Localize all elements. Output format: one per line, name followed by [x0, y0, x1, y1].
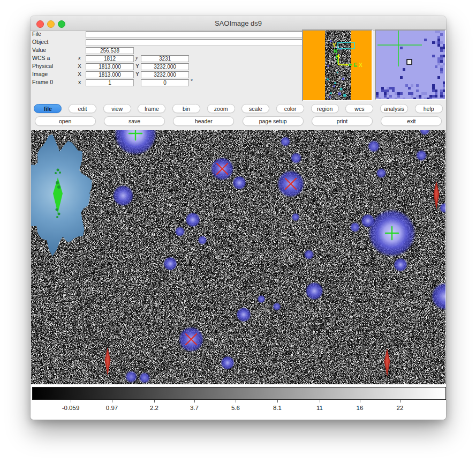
sky-image-canvas[interactable] [31, 130, 445, 384]
colorbar[interactable] [32, 387, 446, 400]
wcs-x-axis-label: x [78, 55, 81, 61]
magnifier [375, 29, 446, 100]
desktop: SAOImage ds9 File Object Value WCS a x y… [0, 0, 476, 462]
frame-label: Frame 0 [32, 79, 75, 85]
ds9-window: SAOImage ds9 File Object Value WCS a x y… [31, 16, 446, 420]
physical-y-axis-label: Y [135, 63, 139, 69]
colorbar-tick [400, 400, 401, 403]
colorbar-tick [236, 400, 236, 403]
page-setup-button[interactable]: page setup [243, 116, 304, 126]
wcs-label: WCS a [32, 55, 75, 61]
physical-x-field[interactable] [86, 63, 134, 70]
colorbar-tick [154, 400, 155, 403]
image-x-axis-label: X [78, 71, 81, 77]
menu-wcs-button[interactable]: wcs [345, 104, 373, 113]
print-button[interactable]: print [312, 116, 373, 126]
colorbar-tick-label: 11 [316, 405, 323, 411]
physical-x-axis-label: X [78, 63, 81, 69]
open-button[interactable]: open [35, 116, 96, 126]
colorbar-section: -0.059 0.97 2.2 3.7 5.6 8.1 11 16 22 [31, 384, 446, 420]
file-actions-bar: open save header page setup print exit [31, 116, 446, 126]
panner[interactable] [302, 29, 373, 101]
degree-symbol: ° [191, 78, 193, 84]
object-field[interactable] [86, 39, 328, 46]
menu-color-button[interactable]: color [276, 104, 304, 113]
value-field[interactable] [86, 47, 134, 54]
menu-file-button[interactable]: file [34, 104, 62, 113]
colorbar-tick [112, 400, 112, 403]
frame-zoom-field[interactable] [86, 79, 134, 86]
file-label: File [32, 31, 75, 37]
colorbar-tick-label: -0.059 [62, 405, 80, 411]
menu-frame-button[interactable]: frame [138, 104, 165, 113]
colorbar-tick-label: 22 [397, 405, 404, 411]
frame-x-axis-label: x [78, 79, 81, 85]
wcs-y-axis-label: y [135, 55, 138, 61]
menu-bar: file edit view frame bin zoom scale colo… [31, 104, 446, 113]
menu-zoom-button[interactable]: zoom [207, 104, 235, 113]
menu-region-button[interactable]: region [311, 104, 339, 113]
menu-edit-button[interactable]: edit [69, 104, 96, 113]
menu-view-button[interactable]: view [103, 104, 131, 113]
menu-help-button[interactable]: help [415, 104, 443, 113]
object-label: Object [32, 39, 75, 45]
colorbar-tick-label: 0.97 [106, 405, 118, 411]
menu-scale-button[interactable]: scale [241, 104, 269, 113]
colorbar-tick [360, 400, 360, 403]
colorbar-tick [277, 400, 278, 403]
colorbar-tick-label: 5.6 [231, 405, 240, 411]
colorbar-tick-label: 3.7 [190, 405, 199, 411]
window-title: SAOImage ds9 [31, 19, 446, 27]
save-button[interactable]: save [104, 116, 165, 126]
colorbar-tick [320, 400, 320, 403]
wcs-y-field[interactable] [141, 55, 189, 62]
physical-label: Physical [32, 63, 75, 69]
colorbar-tick [194, 400, 195, 403]
menu-analysis-button[interactable]: analysis [380, 104, 408, 113]
header-button[interactable]: header [173, 116, 234, 126]
image-y-field[interactable] [141, 71, 189, 78]
colorbar-tick-label: 2.2 [150, 405, 158, 411]
image-x-field[interactable] [86, 71, 134, 78]
colorbar-tick-label: 16 [357, 405, 364, 411]
colorbar-tick-label: 8.1 [273, 405, 282, 411]
file-field[interactable] [86, 31, 328, 38]
image-y-axis-label: Y [135, 71, 139, 77]
value-label: Value [32, 47, 75, 53]
exit-button[interactable]: exit [381, 116, 442, 126]
wcs-x-field[interactable] [86, 55, 134, 62]
magnifier-canvas [376, 31, 445, 99]
titlebar[interactable]: SAOImage ds9 [31, 16, 446, 31]
image-label: Image [32, 71, 75, 77]
panner-canvas[interactable] [303, 31, 372, 100]
frame-rotation-field[interactable] [141, 79, 189, 86]
colorbar-tick [71, 400, 71, 403]
physical-y-field[interactable] [141, 63, 189, 70]
menu-bin-button[interactable]: bin [172, 104, 200, 113]
